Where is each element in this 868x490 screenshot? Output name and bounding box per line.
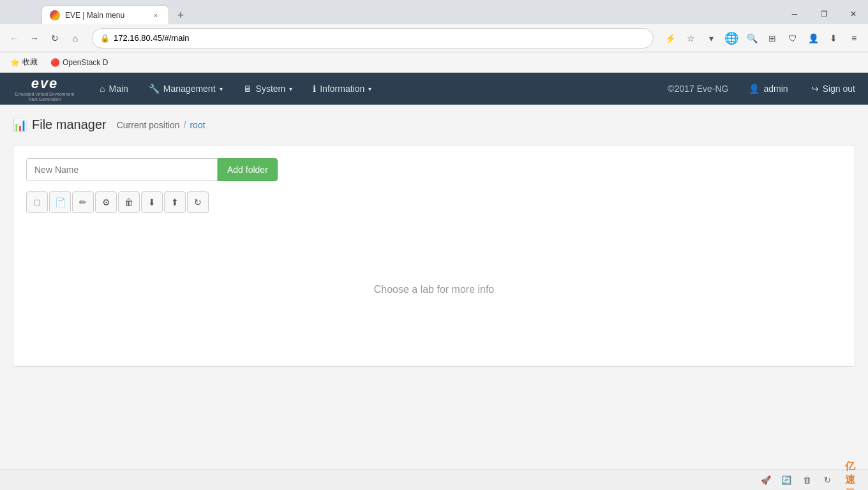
lightning-icon[interactable]: ⚡ [661, 29, 679, 47]
page-content: 📊 File manager Current position / root A… [0, 105, 868, 470]
bookmark-label: 收藏 [22, 57, 38, 68]
import-tool-button[interactable]: ⬇ [141, 191, 163, 213]
information-dropdown-arrow: ▾ [368, 85, 371, 93]
file-manager-icon: 📊 [13, 118, 27, 132]
bottom-rocket-icon[interactable]: 🚀 [758, 473, 774, 488]
delete-tool-button[interactable]: 🗑 [118, 191, 140, 213]
address-bar[interactable] [114, 33, 645, 43]
window-minimize-button[interactable]: ─ [780, 4, 809, 24]
refresh-tool-button[interactable]: ↻ [187, 191, 209, 213]
navbar-brand: eve Emulated Virtual EnvironmentNext Gen… [0, 76, 89, 101]
bookmarks-bar: ⭐ 收藏 🔴 OpenStack D [0, 52, 868, 73]
reload-button[interactable]: ↻ [46, 29, 64, 47]
menu-icon[interactable]: ≡ [845, 29, 863, 47]
brand-logo-subtext: Emulated Virtual EnvironmentNext Generat… [15, 92, 74, 103]
nav-user: 👤 admin [738, 84, 798, 94]
bookmark-label: OpenStack D [63, 58, 108, 67]
nav-copyright: ©2017 Eve-NG [657, 84, 738, 94]
empty-message-text: Choose a lab for more info [374, 284, 495, 295]
export-tool-button[interactable]: ⬆ [164, 191, 186, 213]
nav-right: ©2017 Eve-NG 👤 admin ↪ Sign out [657, 73, 868, 105]
bottom-trash-icon[interactable]: 🗑 [799, 473, 814, 488]
bookmark-star-icon: ⭐ [10, 58, 20, 67]
empty-message: Choose a lab for more info [26, 226, 842, 353]
shield-icon[interactable]: 🛡 [784, 29, 802, 47]
new-folder-name-input[interactable] [26, 158, 218, 181]
page-title: File manager [32, 117, 107, 132]
lock-icon: 🔒 [100, 34, 110, 43]
nav-admin-label: admin [763, 84, 788, 94]
forward-button[interactable]: → [26, 29, 43, 47]
info-icon: ℹ [313, 84, 316, 94]
back-button[interactable]: ← [5, 29, 23, 47]
browser-tab[interactable]: EVE | Main menu × [41, 5, 169, 24]
dropdown-icon[interactable]: ▾ [702, 29, 720, 47]
address-bar-container: 🔒 [92, 28, 654, 48]
tab-title: EVE | Main menu [65, 11, 146, 20]
app-content: eve Emulated Virtual EnvironmentNext Gen… [0, 73, 868, 490]
bottom-bar: 🚀 🔄 🗑 ↻ 亿速云 [0, 470, 868, 490]
server-icon: 🖥 [243, 84, 252, 94]
breadcrumb-separator: / [184, 120, 186, 130]
breadcrumb-root[interactable]: root [190, 120, 205, 130]
permissions-tool-button[interactable]: ⚙ [95, 191, 117, 213]
home-button[interactable]: ⌂ [66, 29, 84, 47]
nav-items: ⌂ Main 🔧 Management ▾ 🖥 System ▾ ℹ Infor… [89, 73, 382, 105]
nav-information[interactable]: ℹ Information ▾ [303, 73, 382, 105]
nav-system[interactable]: 🖥 System ▾ [233, 73, 303, 105]
search-icon[interactable]: 🔍 [743, 29, 761, 47]
window-close-button[interactable]: ✕ [839, 4, 868, 24]
system-dropdown-arrow: ▾ [289, 85, 292, 93]
nav-information-label: Information [320, 84, 364, 94]
page-header: 📊 File manager Current position / root [13, 117, 855, 132]
user-icon[interactable]: 👤 [804, 29, 822, 47]
signout-icon: ↪ [811, 84, 819, 94]
management-dropdown-arrow: ▾ [220, 85, 223, 93]
open-tool-button[interactable]: □ [26, 191, 48, 213]
download-icon[interactable]: ⬇ [825, 29, 842, 47]
nav-signout[interactable]: ↪ Sign out [798, 73, 868, 105]
edit-tool-button[interactable]: ✏ [72, 191, 94, 213]
windows-icon[interactable]: ⊞ [763, 29, 781, 47]
brand-logo: eve Emulated Virtual EnvironmentNext Gen… [13, 76, 77, 101]
window-restore-button[interactable]: ❐ [809, 4, 839, 24]
tab-close-button[interactable]: × [151, 10, 161, 20]
bookmark-openstack-icon: 🔴 [50, 58, 60, 67]
breadcrumb: Current position / root [117, 120, 206, 130]
new-tab-button[interactable]: + [172, 6, 190, 24]
breadcrumb-label: Current position [117, 120, 180, 130]
nav-main[interactable]: ⌂ Main [89, 73, 138, 105]
nav-management-label: Management [163, 84, 216, 94]
bookmark-star-icon[interactable]: ☆ [682, 29, 700, 47]
folder-create-row: Add folder [26, 158, 842, 181]
nav-system-label: System [256, 84, 286, 94]
bookmark-item-openstack[interactable]: 🔴 OpenStack D [45, 57, 113, 68]
bottom-logo-icon: 亿速云 [845, 473, 860, 488]
main-panel: Add folder □ 📄 ✏ ⚙ 🗑 ⬇ ⬆ ↻ Choose a lab … [13, 145, 855, 367]
user-avatar-icon: 👤 [749, 84, 760, 94]
brand-logo-text: eve [31, 75, 59, 92]
new-file-tool-button[interactable]: 📄 [49, 191, 71, 213]
bookmark-item-collections[interactable]: ⭐ 收藏 [5, 56, 43, 69]
navbar: eve Emulated Virtual EnvironmentNext Gen… [0, 73, 868, 105]
browser-logo-icon: 🌐 [722, 29, 740, 47]
file-toolbar: □ 📄 ✏ ⚙ 🗑 ⬇ ⬆ ↻ [26, 191, 842, 213]
nav-signout-label: Sign out [823, 84, 855, 94]
wrench-icon: 🔧 [149, 84, 160, 94]
bottom-refresh-icon[interactable]: 🔄 [779, 473, 794, 488]
nav-main-label: Main [108, 84, 128, 94]
add-folder-button[interactable]: Add folder [218, 158, 278, 181]
nav-management[interactable]: 🔧 Management ▾ [138, 73, 233, 105]
tab-favicon [50, 10, 60, 20]
home-icon: ⌂ [100, 84, 105, 94]
bottom-reload-icon[interactable]: ↻ [819, 473, 835, 488]
